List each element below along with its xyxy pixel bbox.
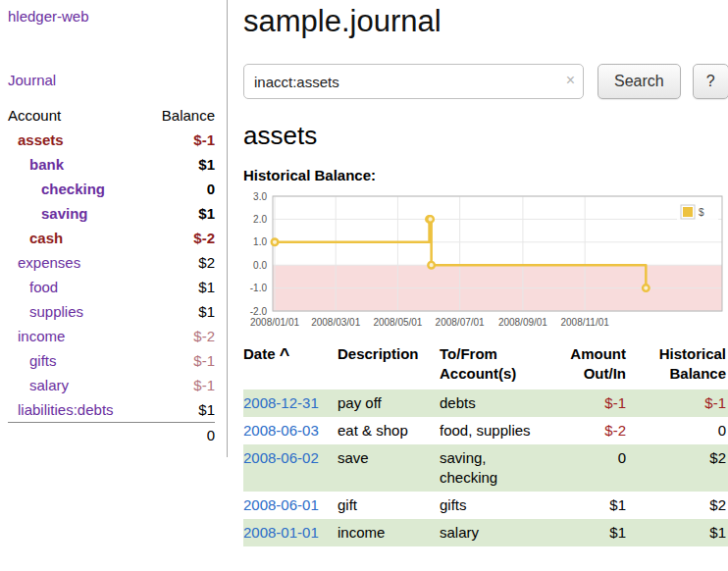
- svg-text:2008/05/01: 2008/05/01: [373, 317, 422, 328]
- register-accounts-cell: salary: [440, 519, 546, 546]
- account-row: cash $-2: [8, 226, 215, 250]
- search-bar: × Search ?: [243, 64, 728, 99]
- register-accounts-cell: saving, checking: [440, 444, 546, 492]
- svg-text:1.0: 1.0: [253, 236, 267, 247]
- accounts-total-row: 0: [8, 423, 215, 448]
- account-balance-income: $-2: [145, 324, 215, 348]
- register-description-cell: gift: [338, 492, 440, 519]
- clear-search-icon[interactable]: ×: [566, 72, 575, 89]
- register-header-amount-line2: Out/In: [546, 364, 626, 384]
- date-link[interactable]: 2008-01-01: [243, 524, 319, 541]
- svg-text:2008/01/01: 2008/01/01: [250, 317, 299, 328]
- accounts-header-account: Account: [8, 103, 145, 128]
- page-title: sample.journal: [243, 4, 728, 39]
- account-link-gifts[interactable]: gifts: [29, 352, 57, 369]
- main-content: sample.journal × Search ? assets Histori…: [228, 0, 728, 546]
- accounts-header-balance: Balance: [145, 103, 215, 128]
- chart-title: Historical Balance:: [243, 167, 728, 183]
- svg-text:-2.0: -2.0: [250, 306, 268, 317]
- register-table: Date ^ Description To/From Account(s) Am…: [243, 344, 728, 546]
- sort-asc-icon[interactable]: ^: [280, 345, 290, 365]
- search-box: ×: [243, 64, 584, 99]
- register-description-cell: pay off: [338, 389, 440, 417]
- account-row: food $1: [8, 275, 215, 299]
- register-header-description: Description: [338, 345, 419, 362]
- account-link-checking[interactable]: checking: [41, 181, 105, 197]
- account-row: saving $1: [8, 201, 215, 226]
- register-row: 2008-01-01 income salary $1 $1: [243, 519, 728, 546]
- search-input[interactable]: [243, 64, 584, 99]
- register-accounts-cell: food, supplies: [440, 417, 546, 444]
- svg-text:2008/07/01: 2008/07/01: [436, 317, 485, 328]
- register-balance-cell: 0: [632, 417, 728, 444]
- account-balance-gifts: $-1: [145, 348, 215, 373]
- date-link[interactable]: 2008-12-31: [243, 394, 319, 411]
- account-balance-bank: $1: [145, 152, 215, 177]
- account-row: income $-2: [8, 324, 215, 348]
- account-row: supplies $1: [8, 299, 215, 324]
- register-row: 2008-12-31 pay off debts $-1 $-1: [243, 389, 728, 417]
- account-row: assets $-1: [8, 128, 215, 152]
- sidebar: hledger-web Journal Account Balance asse…: [0, 0, 228, 457]
- register-accounts-cell: debts: [440, 389, 546, 417]
- account-row: gifts $-1: [8, 348, 215, 373]
- account-balance-supplies: $1: [145, 299, 215, 324]
- svg-text:0.0: 0.0: [253, 260, 267, 271]
- help-button[interactable]: ?: [693, 64, 728, 99]
- register-description-cell: eat & shop: [338, 417, 440, 444]
- register-header-row: Date ^ Description To/From Account(s) Am…: [243, 344, 728, 389]
- register-amount-cell: $-2: [546, 417, 632, 444]
- account-link-food[interactable]: food: [29, 279, 58, 295]
- account-link-assets[interactable]: assets: [18, 131, 64, 148]
- account-link-income[interactable]: income: [18, 328, 65, 344]
- register-date-cell: 2008-01-01: [243, 519, 338, 546]
- register-balance-cell: $2: [632, 444, 728, 492]
- svg-text:2008/09/01: 2008/09/01: [498, 317, 547, 328]
- page: hledger-web Journal Account Balance asse…: [0, 0, 728, 546]
- account-link-cash[interactable]: cash: [29, 230, 63, 246]
- account-link-salary[interactable]: salary: [29, 377, 69, 393]
- account-balance-expenses: $2: [145, 250, 215, 275]
- sidebar-item-journal[interactable]: Journal: [8, 72, 215, 88]
- register-header-balance-line2: Balance: [632, 364, 726, 384]
- register-balance-cell: $1: [632, 519, 728, 546]
- account-link-saving[interactable]: saving: [41, 205, 88, 222]
- account-link-bank[interactable]: bank: [29, 156, 64, 173]
- register-date-cell: 2008-06-03: [243, 417, 338, 444]
- account-link-liabilities-debts[interactable]: liabilities:debts: [18, 401, 114, 418]
- register-header-balance-line1: Historical: [632, 344, 726, 364]
- search-button[interactable]: Search: [598, 64, 681, 99]
- account-balance-cash: $-2: [145, 226, 215, 250]
- register-accounts-cell: gifts: [440, 492, 546, 519]
- account-balance-food: $1: [145, 275, 215, 299]
- register-amount-cell: $-1: [546, 389, 632, 417]
- register-date-cell: 2008-12-31: [243, 389, 338, 417]
- register-header-accounts-line2: Account(s): [440, 364, 540, 384]
- svg-text:2.0: 2.0: [253, 214, 267, 225]
- register-amount-cell: $1: [546, 492, 632, 519]
- account-link-expenses[interactable]: expenses: [18, 254, 80, 271]
- register-amount-cell: $1: [546, 519, 632, 546]
- date-link[interactable]: 2008-06-03: [243, 422, 319, 439]
- register-header-date[interactable]: Date: [243, 345, 276, 362]
- register-date-cell: 2008-06-02: [243, 444, 338, 492]
- svg-text:2008/11/01: 2008/11/01: [560, 317, 609, 328]
- app-title-link[interactable]: hledger-web: [8, 8, 215, 25]
- register-balance-cell: $2: [632, 492, 728, 519]
- date-link[interactable]: 2008-06-02: [243, 449, 319, 466]
- register-row: 2008-06-02 save saving, checking 0 $2: [243, 444, 728, 492]
- account-row: checking 0: [8, 177, 215, 201]
- balance-chart-svg: 3.02.01.00.0-1.0-2.02008/01/012008/03/01…: [243, 191, 728, 335]
- accounts-table: Account Balance assets $-1 bank $1 check…: [8, 103, 215, 447]
- register-amount-cell: 0: [546, 444, 632, 492]
- svg-text:3.0: 3.0: [253, 191, 267, 202]
- svg-text:-1.0: -1.0: [250, 283, 268, 293]
- register-date-cell: 2008-06-01: [243, 492, 338, 519]
- account-row: liabilities:debts $1: [8, 397, 215, 423]
- account-balance-liabilities-debts: $1: [145, 397, 215, 423]
- svg-text:2008/03/01: 2008/03/01: [311, 317, 360, 328]
- account-link-supplies[interactable]: supplies: [29, 303, 83, 320]
- account-heading: assets: [243, 121, 728, 151]
- date-link[interactable]: 2008-06-01: [243, 496, 319, 513]
- register-row: 2008-06-01 gift gifts $1 $2: [243, 492, 728, 519]
